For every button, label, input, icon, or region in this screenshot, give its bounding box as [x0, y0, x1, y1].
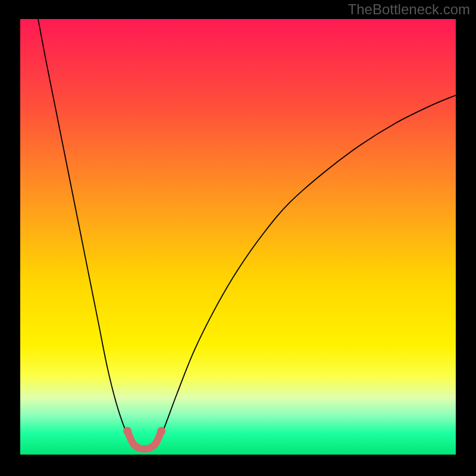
chart-svg	[20, 19, 456, 455]
watermark-text: TheBottleneck.com	[348, 1, 470, 18]
gradient-background	[20, 19, 456, 455]
optimal-endpoint-marker	[157, 427, 165, 435]
plot-area	[20, 19, 456, 455]
chart-frame: TheBottleneck.com	[0, 0, 476, 476]
optimal-endpoint-marker	[123, 427, 131, 435]
